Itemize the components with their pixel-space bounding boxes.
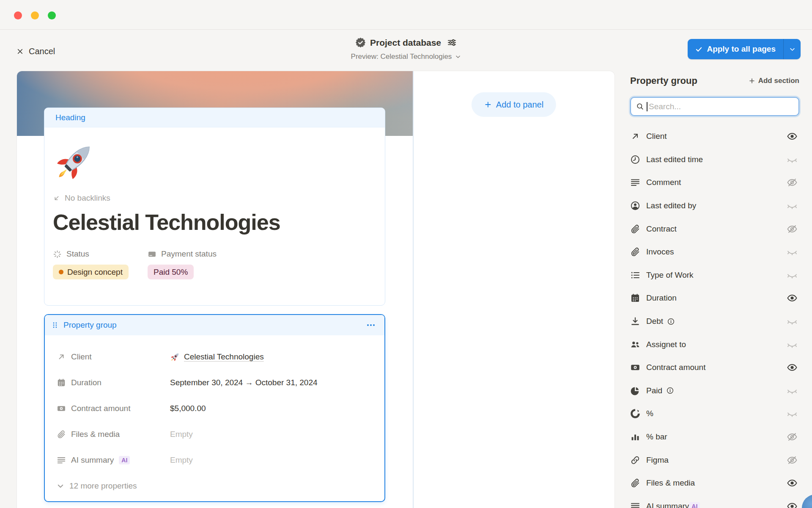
info-icon bbox=[666, 387, 674, 395]
heading-section-strip[interactable]: Heading bbox=[44, 108, 385, 127]
eye-closed-icon[interactable] bbox=[787, 339, 798, 350]
chevron-down-icon bbox=[789, 46, 796, 52]
banknote-icon bbox=[57, 404, 66, 413]
eye-visible-icon[interactable] bbox=[787, 293, 798, 304]
heading-section-card[interactable]: Heading No backlinks Celestial Technolog… bbox=[44, 108, 385, 306]
paperclip-icon bbox=[630, 247, 640, 257]
eye-visible-icon[interactable] bbox=[787, 131, 798, 142]
heading-section-body: No backlinks Celestial Technologies Stat… bbox=[44, 127, 385, 279]
property-row-client[interactable]: Client Celestial Technologies bbox=[45, 344, 384, 370]
eye-hidden-icon[interactable] bbox=[787, 431, 798, 442]
property-item-files-media[interactable]: Files & media bbox=[630, 472, 799, 495]
window-titlebar bbox=[0, 0, 812, 30]
inline-properties: Status Design concept Payment status Pai… bbox=[53, 249, 375, 279]
backlinks-row[interactable]: No backlinks bbox=[53, 193, 375, 203]
corner-scroll-button[interactable] bbox=[802, 494, 812, 508]
property-item-contract-amount[interactable]: Contract amount bbox=[630, 356, 799, 379]
credit-card-icon bbox=[148, 250, 156, 259]
property-item-invoces[interactable]: Invoces bbox=[630, 240, 799, 264]
property-item-label: Contract bbox=[646, 224, 677, 234]
eye-visible-icon[interactable] bbox=[787, 362, 798, 373]
property-item-label: Invoces bbox=[646, 247, 674, 257]
paperclip-icon bbox=[630, 478, 640, 488]
add-to-panel-button[interactable]: Add to panel bbox=[472, 92, 556, 117]
property-row-duration[interactable]: Duration September 30, 2024 → October 31… bbox=[45, 370, 384, 395]
eye-closed-icon[interactable] bbox=[787, 270, 798, 281]
download-icon bbox=[630, 316, 640, 326]
property-group-label: Property group bbox=[63, 320, 117, 330]
property-group-section-card[interactable]: Property group Client Celestial Technolo… bbox=[44, 314, 385, 502]
traffic-light-zoom[interactable] bbox=[48, 11, 56, 19]
payment-value-pill[interactable]: Paid 50% bbox=[148, 265, 194, 279]
apply-options-button[interactable] bbox=[784, 39, 801, 59]
search-icon bbox=[636, 102, 644, 110]
ai-badge: AI bbox=[119, 456, 130, 464]
more-properties-toggle[interactable]: 12 more properties bbox=[45, 473, 384, 499]
property-item-duration[interactable]: Duration bbox=[630, 287, 799, 310]
property-item-label: AI summary bbox=[646, 502, 689, 508]
property-item-label: % bbox=[646, 409, 653, 418]
eye-closed-icon[interactable] bbox=[787, 154, 798, 165]
status-value-pill[interactable]: Design concept bbox=[53, 265, 129, 279]
property-item-last-edited-time[interactable]: Last edited time bbox=[630, 148, 799, 171]
apply-button[interactable]: Apply to all pages bbox=[688, 39, 783, 59]
eye-closed-icon[interactable] bbox=[787, 246, 798, 257]
property-item-ai-summary[interactable]: AI summary AI bbox=[630, 495, 799, 508]
eye-closed-icon[interactable] bbox=[787, 200, 798, 211]
property-item-label: % bar bbox=[646, 432, 667, 442]
chevron-down-icon bbox=[455, 54, 461, 60]
property-item-client[interactable]: Client bbox=[630, 125, 799, 148]
traffic-light-minimize[interactable] bbox=[31, 11, 39, 19]
property-item-label: Duration bbox=[646, 293, 677, 303]
more-properties-label: 12 more properties bbox=[69, 481, 137, 491]
text-lines-icon bbox=[57, 456, 66, 465]
eye-closed-icon[interactable] bbox=[787, 385, 798, 396]
property-row-ai-summary[interactable]: AI summary AI Empty bbox=[45, 447, 384, 473]
eye-hidden-icon[interactable] bbox=[787, 177, 798, 188]
property-search[interactable] bbox=[630, 97, 799, 116]
property-item-percent-bar[interactable]: % bar bbox=[630, 425, 799, 449]
empty-value: Empty bbox=[170, 430, 193, 439]
property-item-assignet-to[interactable]: Assignet to bbox=[630, 333, 799, 356]
eye-hidden-icon[interactable] bbox=[787, 224, 798, 235]
property-item-type-of-work[interactable]: Type of Work bbox=[630, 264, 799, 287]
property-group-strip[interactable]: Property group bbox=[45, 315, 384, 335]
property-item-last-edited-by[interactable]: Last edited by bbox=[630, 194, 799, 218]
eye-visible-icon[interactable] bbox=[787, 478, 798, 489]
payment-status-property[interactable]: Payment status Paid 50% bbox=[148, 249, 217, 279]
eye-closed-icon[interactable] bbox=[787, 316, 798, 327]
arrow-up-right-icon bbox=[630, 131, 640, 141]
arrow-down-left-icon bbox=[53, 194, 60, 202]
layout-settings-icon[interactable] bbox=[447, 38, 457, 47]
person-circle-icon bbox=[630, 201, 640, 211]
status-property[interactable]: Status Design concept bbox=[53, 249, 148, 279]
search-input[interactable] bbox=[649, 102, 798, 111]
drag-handle-icon[interactable] bbox=[51, 321, 59, 329]
client-link[interactable]: Celestial Technologies bbox=[184, 352, 264, 362]
eye-closed-icon[interactable] bbox=[787, 408, 798, 419]
clock-icon bbox=[630, 155, 640, 165]
property-item-percent[interactable]: % bbox=[630, 402, 799, 425]
section-menu-icon[interactable] bbox=[366, 320, 376, 330]
add-section-button[interactable]: Add section bbox=[749, 77, 799, 85]
traffic-light-close[interactable] bbox=[14, 11, 22, 19]
property-item-label: Debt bbox=[646, 317, 663, 326]
eye-visible-icon[interactable] bbox=[787, 501, 798, 508]
paperclip-icon bbox=[630, 224, 640, 234]
property-item-comment[interactable]: Comment bbox=[630, 171, 799, 194]
rocket-icon bbox=[170, 352, 180, 362]
property-rows: Client Celestial Technologies Duration S… bbox=[45, 344, 384, 499]
heading-section-label: Heading bbox=[55, 113, 85, 122]
property-row-files-media[interactable]: Files & media Empty bbox=[45, 421, 384, 447]
plus-icon bbox=[749, 77, 755, 84]
donut-chart-icon bbox=[630, 409, 640, 419]
property-item-paid[interactable]: Paid bbox=[630, 379, 799, 403]
banknote-icon bbox=[630, 362, 640, 373]
property-item-contract[interactable]: Contract bbox=[630, 217, 799, 240]
eye-hidden-icon[interactable] bbox=[787, 455, 798, 466]
check-icon bbox=[695, 46, 702, 53]
property-row-contract-amount[interactable]: Contract amount $5,000.00 bbox=[45, 395, 384, 421]
property-item-figma[interactable]: Figma bbox=[630, 448, 799, 472]
property-item-debt[interactable]: Debt bbox=[630, 310, 799, 333]
page-icon-rocket[interactable] bbox=[53, 139, 97, 183]
